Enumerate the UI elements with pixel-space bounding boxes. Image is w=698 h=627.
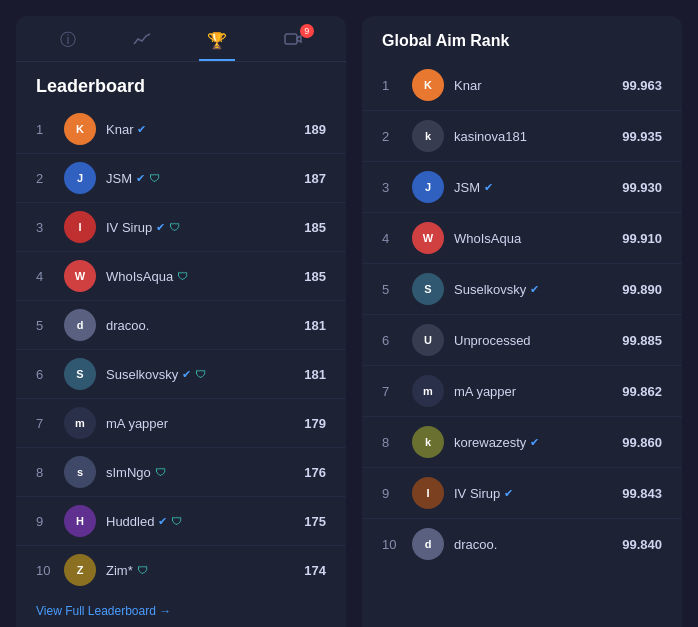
global-player-score: 99.862 xyxy=(622,384,662,399)
tab-info[interactable]: ⓘ xyxy=(52,26,84,55)
global-avatar: d xyxy=(412,528,444,560)
global-player-name: IV Sirup xyxy=(454,486,500,501)
global-player-score: 99.935 xyxy=(622,129,662,144)
global-player-info: Suselkovsky ✔ xyxy=(454,282,622,297)
leaderboard-item[interactable]: 5 d dracoo. 181 xyxy=(16,301,346,350)
global-player-info: IV Sirup ✔ xyxy=(454,486,622,501)
leaderboard-item[interactable]: 2 J JSM ✔🛡 187 xyxy=(16,154,346,203)
rank-number: 9 xyxy=(36,514,54,529)
global-player-score: 99.890 xyxy=(622,282,662,297)
global-player-name: kasinova181 xyxy=(454,129,527,144)
global-item[interactable]: 6 U Unprocessed 99.885 xyxy=(362,315,682,366)
badge-verified: ✔ xyxy=(504,487,513,500)
leaderboard-item[interactable]: 9 H Huddled ✔🛡 175 xyxy=(16,497,346,546)
player-name: Knar xyxy=(106,122,133,137)
global-avatar: U xyxy=(412,324,444,356)
rank-number: 8 xyxy=(36,465,54,480)
leaderboard-item[interactable]: 1 K Knar ✔ 189 xyxy=(16,105,346,154)
global-avatar: K xyxy=(412,69,444,101)
global-player-info: korewazesty ✔ xyxy=(454,435,622,450)
view-full-link[interactable]: View Full Leaderboard → xyxy=(16,594,346,626)
badge-verified: ✔ xyxy=(156,221,165,234)
leaderboard-item[interactable]: 4 W WhoIsAqua 🛡 185 xyxy=(16,252,346,301)
badge-verified: ✔ xyxy=(530,436,539,449)
global-avatar: m xyxy=(412,375,444,407)
global-player-name: Suselkovsky xyxy=(454,282,526,297)
global-rank-number: 7 xyxy=(382,384,402,399)
global-player-score: 99.910 xyxy=(622,231,662,246)
player-info: IV Sirup ✔🛡 xyxy=(106,220,304,235)
left-panel: ⓘ 🏆 9 Leaderboard 1 K Knar ✔ 189 xyxy=(16,16,346,627)
player-name: Huddled xyxy=(106,514,154,529)
rank-number: 2 xyxy=(36,171,54,186)
global-player-info: Knar xyxy=(454,78,622,93)
global-player-name: WhoIsAqua xyxy=(454,231,521,246)
global-rank-number: 4 xyxy=(382,231,402,246)
player-info: JSM ✔🛡 xyxy=(106,171,304,186)
global-player-info: WhoIsAqua xyxy=(454,231,622,246)
player-info: Suselkovsky ✔🛡 xyxy=(106,367,304,382)
player-avatar: m xyxy=(64,407,96,439)
tab-video[interactable]: 9 xyxy=(276,28,310,54)
player-avatar: H xyxy=(64,505,96,537)
badge-verified: ✔ xyxy=(484,181,493,194)
app-container: ⓘ 🏆 9 Leaderboard 1 K Knar ✔ 189 xyxy=(0,0,698,627)
badge-verified: ✔ xyxy=(136,172,145,185)
global-item[interactable]: 9 I IV Sirup ✔ 99.843 xyxy=(362,468,682,519)
global-player-name: Unprocessed xyxy=(454,333,531,348)
player-info: mA yapper xyxy=(106,416,304,431)
player-avatar: S xyxy=(64,358,96,390)
player-score: 185 xyxy=(304,220,326,235)
global-item[interactable]: 3 J JSM ✔ 99.930 xyxy=(362,162,682,213)
rank-number: 10 xyxy=(36,563,54,578)
global-rank-number: 6 xyxy=(382,333,402,348)
global-rank-number: 5 xyxy=(382,282,402,297)
leaderboard-item[interactable]: 7 m mA yapper 179 xyxy=(16,399,346,448)
badge-verified: ✔ xyxy=(158,515,167,528)
badge-shield: 🛡 xyxy=(171,515,182,527)
player-name: Zim* xyxy=(106,563,133,578)
global-item[interactable]: 10 d dracoo. 99.840 xyxy=(362,519,682,569)
leaderboard-title: Leaderboard xyxy=(16,62,346,105)
tab-trophy[interactable]: 🏆 xyxy=(199,27,235,54)
badge-shield: 🛡 xyxy=(149,172,160,184)
tab-chart[interactable] xyxy=(125,28,159,54)
player-avatar: I xyxy=(64,211,96,243)
global-list: 1 K Knar 99.963 2 k kasinova181 99.935 3… xyxy=(362,60,682,627)
global-item[interactable]: 8 k korewazesty ✔ 99.860 xyxy=(362,417,682,468)
global-item[interactable]: 2 k kasinova181 99.935 xyxy=(362,111,682,162)
player-info: Zim* 🛡 xyxy=(106,563,304,578)
player-score: 179 xyxy=(304,416,326,431)
global-avatar: k xyxy=(412,426,444,458)
global-player-score: 99.860 xyxy=(622,435,662,450)
global-player-score: 99.963 xyxy=(622,78,662,93)
global-player-score: 99.885 xyxy=(622,333,662,348)
global-title: Global Aim Rank xyxy=(362,32,682,60)
player-name: mA yapper xyxy=(106,416,168,431)
global-player-info: mA yapper xyxy=(454,384,622,399)
global-player-score: 99.843 xyxy=(622,486,662,501)
leaderboard-item[interactable]: 8 s sImNgo 🛡 176 xyxy=(16,448,346,497)
global-avatar: W xyxy=(412,222,444,254)
player-avatar: K xyxy=(64,113,96,145)
leaderboard-item[interactable]: 10 Z Zim* 🛡 174 xyxy=(16,546,346,594)
player-info: sImNgo 🛡 xyxy=(106,465,304,480)
global-player-name: JSM xyxy=(454,180,480,195)
global-item[interactable]: 7 m mA yapper 99.862 xyxy=(362,366,682,417)
leaderboard-item[interactable]: 6 S Suselkovsky ✔🛡 181 xyxy=(16,350,346,399)
global-rank-number: 2 xyxy=(382,129,402,144)
global-item[interactable]: 4 W WhoIsAqua 99.910 xyxy=(362,213,682,264)
badge-verified: ✔ xyxy=(137,123,146,136)
player-name: sImNgo xyxy=(106,465,151,480)
leaderboard-item[interactable]: 3 I IV Sirup ✔🛡 185 xyxy=(16,203,346,252)
global-avatar: k xyxy=(412,120,444,152)
global-player-info: kasinova181 xyxy=(454,129,622,144)
global-player-info: JSM ✔ xyxy=(454,180,622,195)
player-score: 175 xyxy=(304,514,326,529)
global-item[interactable]: 5 S Suselkovsky ✔ 99.890 xyxy=(362,264,682,315)
player-score: 189 xyxy=(304,122,326,137)
global-rank-number: 10 xyxy=(382,537,402,552)
player-avatar: W xyxy=(64,260,96,292)
global-avatar: S xyxy=(412,273,444,305)
global-item[interactable]: 1 K Knar 99.963 xyxy=(362,60,682,111)
